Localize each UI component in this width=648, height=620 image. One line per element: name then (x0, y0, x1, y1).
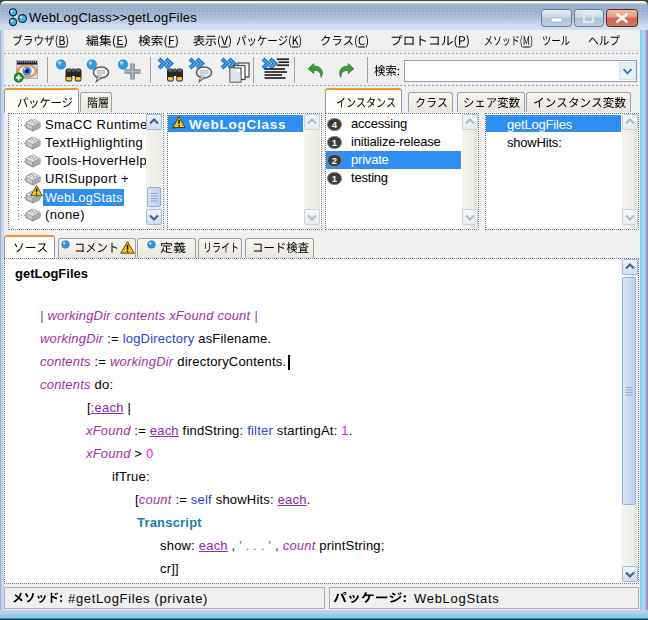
svg-text:1: 1 (332, 137, 338, 148)
svg-text:2: 2 (332, 155, 337, 166)
svg-text:4: 4 (332, 119, 338, 130)
svg-text:1: 1 (332, 173, 338, 184)
